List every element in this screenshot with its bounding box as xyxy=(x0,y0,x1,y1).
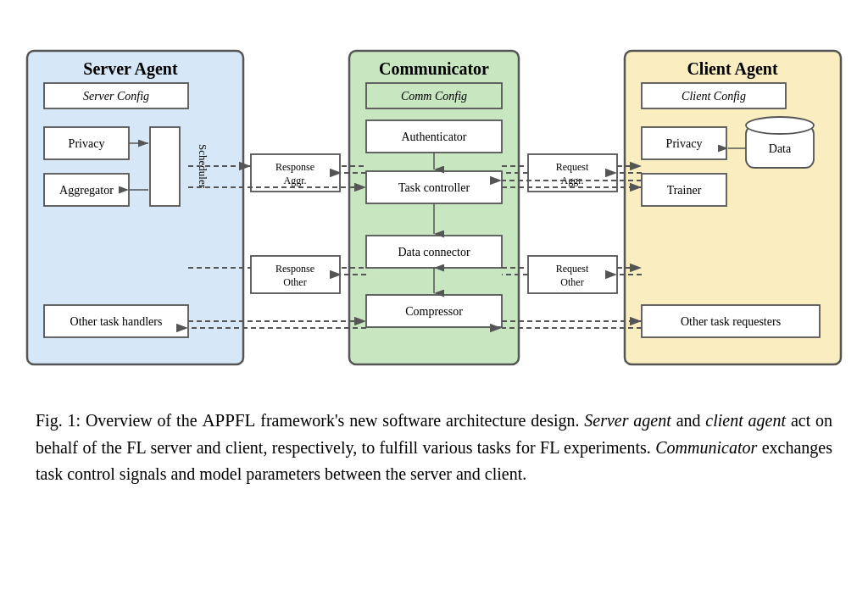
data-label: Data xyxy=(769,142,792,155)
authenticator-label: Authenticator xyxy=(402,131,467,143)
client-agent-title: Client Agent xyxy=(687,59,778,79)
client-config-label: Client Config xyxy=(682,90,746,103)
appfl-label: APPFL xyxy=(202,410,255,431)
diagram-container: Server Agent Server Config Privacy Aggre… xyxy=(17,17,851,398)
fig-label: Fig. 1: xyxy=(36,411,81,430)
caption-text2: framework's new software architecture de… xyxy=(260,411,584,430)
comm-config-label: Comm Config xyxy=(401,90,467,103)
request-aggr-label: Request xyxy=(556,161,589,173)
data-connector-label: Data connector xyxy=(398,246,470,258)
communicator-em: Communicator xyxy=(655,438,757,457)
caption-text1: Overview of the xyxy=(86,411,202,430)
trainer-label: Trainer xyxy=(667,184,702,197)
server-config-label: Server Config xyxy=(83,90,149,103)
response-other-label: Response xyxy=(275,263,314,275)
server-agent-title: Server Agent xyxy=(83,59,178,79)
communicator-title: Communicator xyxy=(379,59,489,78)
request-other-label: Request xyxy=(556,263,589,275)
server-other-handlers-label: Other task handlers xyxy=(70,315,163,328)
client-agent-em: client agent xyxy=(705,411,786,430)
server-aggregator-label: Aggregator xyxy=(59,184,114,197)
client-other-requesters-label: Other task requesters xyxy=(681,315,781,328)
compressor-label: Compressor xyxy=(405,305,463,318)
request-other-label2: Other xyxy=(560,276,583,288)
server-agent-em: Server agent xyxy=(584,411,670,430)
caption-text3: and xyxy=(676,411,706,430)
svg-point-23 xyxy=(746,117,814,134)
task-controller-label: Task controller xyxy=(398,181,470,194)
svg-rect-4 xyxy=(150,127,180,206)
client-privacy-label: Privacy xyxy=(666,137,703,150)
figure-caption: Fig. 1: Overview of the APPFL framework'… xyxy=(19,398,849,496)
response-aggr-label: Response xyxy=(275,161,314,173)
response-other-label2: Other xyxy=(283,276,306,288)
server-privacy-label: Privacy xyxy=(69,137,105,150)
response-aggr-label2: Aggr. xyxy=(284,175,307,186)
